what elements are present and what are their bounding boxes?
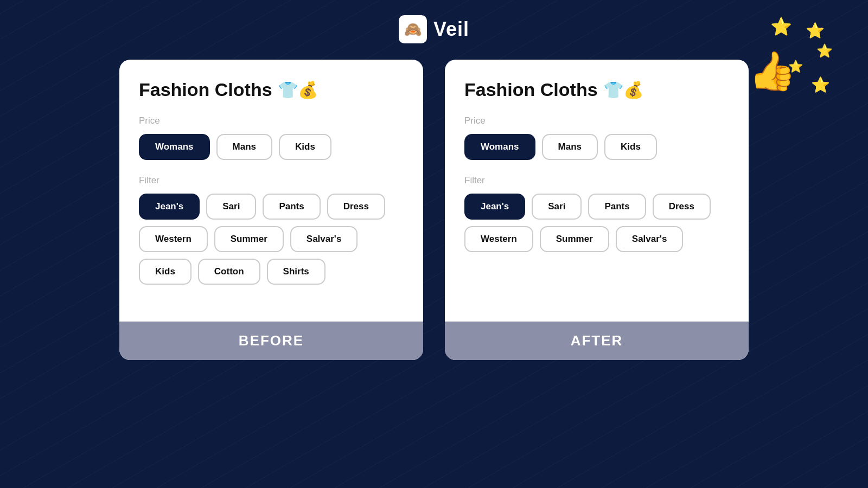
before-filter-jeans[interactable]: Jean's xyxy=(139,194,200,220)
after-price-mans[interactable]: Mans xyxy=(542,134,598,160)
before-card-body: Fashion Cloths 👕💰 Price Womans Mans Kids… xyxy=(119,60,423,322)
before-filter-sari[interactable]: Sari xyxy=(206,194,256,220)
after-filter-buttons: Jean's Sari Pants Dress Western Summer S… xyxy=(464,194,729,252)
before-filter-shirts[interactable]: Shirts xyxy=(267,259,326,285)
before-filter-salvars[interactable]: Salvar's xyxy=(290,226,358,252)
after-filter-western[interactable]: Western xyxy=(464,226,533,252)
after-price-womans[interactable]: Womans xyxy=(464,134,535,160)
before-card: Fashion Cloths 👕💰 Price Womans Mans Kids… xyxy=(119,60,423,360)
before-filter-kids[interactable]: Kids xyxy=(139,259,192,285)
header: 🙈 Veil xyxy=(0,0,868,54)
after-price-kids[interactable]: Kids xyxy=(604,134,657,160)
after-card-body: Fashion Cloths 👕💰 Price Womans Mans Kids… xyxy=(445,60,749,322)
before-filter-buttons: Jean's Sari Pants Dress Western Summer S… xyxy=(139,194,404,285)
after-title-emoji: 👕💰 xyxy=(603,80,643,99)
after-filter-sari[interactable]: Sari xyxy=(532,194,582,220)
before-price-label: Price xyxy=(139,115,404,126)
before-price-kids[interactable]: Kids xyxy=(279,134,331,160)
before-footer: BEFORE xyxy=(119,322,423,360)
after-filter-dress[interactable]: Dress xyxy=(653,194,711,220)
after-card: Fashion Cloths 👕💰 Price Womans Mans Kids… xyxy=(445,60,749,360)
before-filter-western[interactable]: Western xyxy=(139,226,208,252)
before-price-buttons: Womans Mans Kids xyxy=(139,134,404,160)
after-title-text: Fashion Cloths xyxy=(464,79,598,100)
before-title-text: Fashion Cloths xyxy=(139,79,272,100)
after-card-title: Fashion Cloths 👕💰 xyxy=(464,79,729,100)
after-footer: AFTER xyxy=(445,322,749,360)
before-filter-cotton[interactable]: Cotton xyxy=(198,259,260,285)
after-filter-summer[interactable]: Summer xyxy=(540,226,609,252)
logo-text: Veil xyxy=(433,18,469,41)
logo-box: 🙈 xyxy=(399,15,427,43)
before-price-mans[interactable]: Mans xyxy=(216,134,272,160)
main-content: Fashion Cloths 👕💰 Price Womans Mans Kids… xyxy=(0,54,868,365)
logo-icon: 🙈 xyxy=(404,21,422,38)
after-filter-jeans[interactable]: Jean's xyxy=(464,194,525,220)
before-card-title: Fashion Cloths 👕💰 xyxy=(139,79,404,100)
after-filter-pants[interactable]: Pants xyxy=(588,194,646,220)
before-title-emoji: 👕💰 xyxy=(278,80,318,99)
after-footer-label: AFTER xyxy=(571,332,623,349)
before-footer-label: BEFORE xyxy=(239,332,304,349)
before-filter-dress[interactable]: Dress xyxy=(327,194,385,220)
before-price-womans[interactable]: Womans xyxy=(139,134,210,160)
after-filter-salvars[interactable]: Salvar's xyxy=(616,226,684,252)
before-filter-label: Filter xyxy=(139,175,404,186)
before-filter-pants[interactable]: Pants xyxy=(263,194,320,220)
before-filter-summer[interactable]: Summer xyxy=(214,226,284,252)
after-price-label: Price xyxy=(464,115,729,126)
after-filter-label: Filter xyxy=(464,175,729,186)
after-price-buttons: Womans Mans Kids xyxy=(464,134,729,160)
